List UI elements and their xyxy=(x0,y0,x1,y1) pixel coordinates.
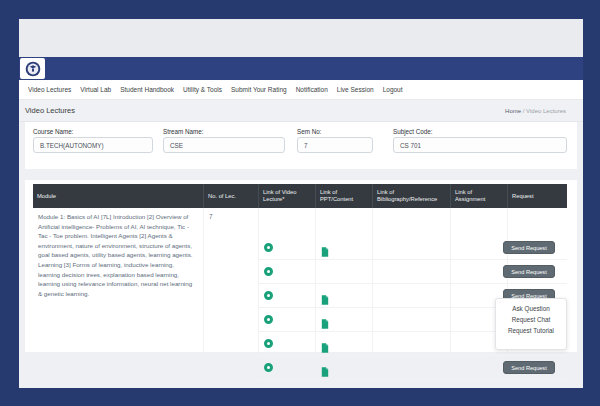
col-header-link-of-assignment: Link of Assignment xyxy=(450,184,507,208)
app-window: Video LecturesVirtual LabStudent Handboo… xyxy=(19,19,583,388)
nav-item-utility-tools[interactable]: Utility & Tools xyxy=(183,86,222,93)
video-play-icon[interactable] xyxy=(264,339,273,348)
col-header-no-of-lec: No. of Lec. xyxy=(203,184,258,208)
send-request-button[interactable]: Send Request xyxy=(503,241,555,254)
document-icon[interactable] xyxy=(321,339,329,357)
course-name-label: Course Name: xyxy=(33,128,74,135)
request-options-popup: Ask QuestionRequest ChatRequest Tutorial xyxy=(495,298,567,350)
document-icon[interactable] xyxy=(321,363,329,381)
video-play-icon[interactable] xyxy=(264,267,273,276)
module-description: Module 1: Basics of AI [7L] Introduction… xyxy=(38,212,196,298)
video-play-icon[interactable] xyxy=(264,363,273,372)
table-body: Module 1: Basics of AI [7L] Introduction… xyxy=(33,208,567,352)
breadcrumb-home-link[interactable]: Home xyxy=(505,108,521,114)
document-icon[interactable] xyxy=(321,291,329,309)
desktop-background: Video LecturesVirtual LabStudent Handboo… xyxy=(0,0,600,406)
video-play-icon[interactable] xyxy=(264,291,273,300)
brand-bar xyxy=(19,57,583,80)
breadcrumb-separator: / xyxy=(523,108,525,114)
popup-item-request-chat[interactable]: Request Chat xyxy=(496,314,566,325)
lecture-count: 7 xyxy=(209,213,213,220)
lecture-row: Send Request xyxy=(258,260,567,284)
nav-item-virtual-lab[interactable]: Virtual Lab xyxy=(80,86,111,93)
main-nav: Video LecturesVirtual LabStudent Handboo… xyxy=(19,80,583,100)
page-title: Video Lectures xyxy=(25,106,75,115)
nav-item-logout[interactable]: Logout xyxy=(383,86,403,93)
course-info-form: Course Name:B.TECH(AUTONOMY)Stream Name:… xyxy=(25,122,577,169)
col-header-link-of-ppt-content: Link of PPT/Content xyxy=(315,184,372,208)
lecture-row: Send Request xyxy=(258,356,567,380)
column-separator xyxy=(203,208,204,352)
subject-code-field[interactable]: CS 701 xyxy=(393,137,567,153)
nav-item-submit-your-rating[interactable]: Submit Your Rating xyxy=(231,86,287,93)
col-header-request: Request xyxy=(507,184,567,208)
table-header-row: ModuleNo. of Lec.Link of Video Lecture*L… xyxy=(33,184,567,208)
browser-top-strip xyxy=(19,19,583,57)
video-play-icon[interactable] xyxy=(264,243,273,252)
send-request-button[interactable]: Send Request xyxy=(503,361,555,374)
lecture-row: Send Request xyxy=(258,236,567,260)
nav-item-student-handbook[interactable]: Student Handbook xyxy=(120,86,174,93)
stream-name-field[interactable]: CSE xyxy=(163,137,285,153)
course-name-field[interactable]: B.TECH(AUTONOMY) xyxy=(33,137,153,153)
video-play-icon[interactable] xyxy=(264,315,273,324)
popup-item-request-tutorial[interactable]: Request Tutorial xyxy=(496,325,566,336)
col-header-module: Module xyxy=(33,184,203,208)
nav-item-notification[interactable]: Notification xyxy=(296,86,328,93)
sem-no-label: Sem No: xyxy=(297,128,322,135)
breadcrumb-current: Video Lectures xyxy=(526,108,566,114)
title-bar: Video Lectures Home / Video Lectures xyxy=(19,100,583,122)
subject-code-label: Subject Code: xyxy=(393,128,433,135)
send-request-button[interactable]: Send Request xyxy=(503,265,555,278)
document-icon[interactable] xyxy=(321,243,329,261)
nav-item-video-lectures[interactable]: Video Lectures xyxy=(28,86,71,93)
stream-name-label: Stream Name: xyxy=(163,128,204,135)
document-icon[interactable] xyxy=(321,315,329,333)
institute-seal-icon xyxy=(25,61,41,77)
nav-item-live-session[interactable]: Live Session xyxy=(337,86,374,93)
popup-item-ask-question[interactable]: Ask Question xyxy=(496,303,566,314)
institute-logo[interactable] xyxy=(20,58,45,79)
col-header-link-of-video-lecture: Link of Video Lecture* xyxy=(258,184,315,208)
col-header-link-of-bibliography-reference: Link of Bibliography/Reference xyxy=(372,184,450,208)
sem-no-field[interactable]: 7 xyxy=(297,137,373,153)
breadcrumb: Home / Video Lectures xyxy=(505,108,566,114)
